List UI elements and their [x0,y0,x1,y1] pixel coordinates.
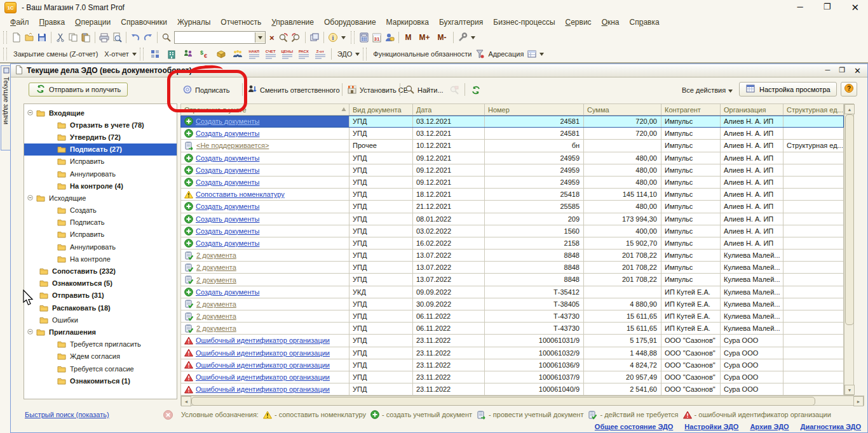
tree-item-10[interactable]: Подписать [24,216,177,229]
menu-6[interactable]: Отчетность [215,16,266,29]
quick-search-link[interactable]: Быстрый поиск (показать) [25,411,109,418]
dropdown-icon[interactable] [355,53,360,56]
save-button[interactable] [36,31,48,44]
table-row-11[interactable]: Создать документыУПД16.02.2022215815 902… [180,237,844,250]
dropdown-icon[interactable] [132,53,137,56]
tree-item-9[interactable]: Создать [24,204,177,216]
menu-14[interactable]: Справка [625,16,665,29]
row-action-link[interactable]: <Не поддерживается> [196,142,269,149]
edo-link-1[interactable]: Общее состояние ЭДО [595,423,674,430]
menu-7[interactable]: Управление [266,16,319,29]
tree-item-11[interactable]: Исправить [24,229,177,241]
combo-dropdown-icon[interactable] [255,32,265,43]
cut-button[interactable] [54,31,67,44]
change-responsible-button[interactable]: Сменить ответственного [247,84,340,97]
scroll-left-button[interactable]: ◄ [181,396,191,406]
currency-button[interactable]: $€ [198,48,211,60]
edo-close-button[interactable]: ✕ [854,66,861,76]
edo-link-2[interactable]: Настройки ЭДО [684,423,738,430]
menu-2[interactable]: Правка [34,16,71,29]
report-doc-button-5[interactable]: Z-от [313,50,328,59]
row-action-link[interactable]: Ошибочный идентификатор организации [196,373,330,381]
menu-3[interactable]: Операции [70,16,116,29]
scroll-up-button[interactable]: ▲ [844,104,855,114]
expander-icon[interactable] [27,329,33,335]
open-folder-button[interactable] [23,31,36,44]
table-row-3[interactable]: <Не поддерживается>Прочее10.12.2021бнИмп… [180,140,844,152]
column-header-1[interactable]: Отражение в учете [180,103,349,116]
tree-item-6[interactable]: Аннулировать [24,168,177,180]
table-row-15[interactable]: Создать документыУКД09.09.2022Т-35412ИП … [180,286,844,298]
menu-1[interactable]: Файл [5,16,34,29]
all-actions-button[interactable]: Все действия [682,84,733,97]
horizontal-scrollbar[interactable]: ◄ ► [180,396,864,406]
tree-item-13[interactable]: На контроле [24,253,177,265]
table-row-8[interactable]: Создать документыУПД21.12.202125585480,0… [180,201,844,213]
tree-item-15[interactable]: Ознакомиться (5) [24,277,177,290]
help-button[interactable]: ? [841,82,857,97]
minimize-button[interactable]: ─ [797,2,803,13]
table-row-22[interactable]: Ошибочный идентификатор организацииУПД23… [180,371,844,383]
table-row-20[interactable]: Ошибочный идентификатор организацииУПД23… [180,347,844,359]
edo-minimize-button[interactable]: ─ [825,66,830,76]
tree-item-20[interactable]: Требуется пригласить [24,338,177,350]
row-action-link[interactable]: Создать документы [196,239,259,247]
row-action-link[interactable]: Создать документы [196,215,259,223]
menu-4[interactable]: Справочники [116,16,172,29]
addressing-button[interactable]: Адресация [485,50,527,58]
report-doc-button-1[interactable]: НАКЛ [247,50,262,59]
table-row-17[interactable]: 2 документаУПД06.11.2022Т-4373015 611,65… [180,310,844,323]
expander-icon[interactable] [27,110,33,116]
print-button[interactable] [98,31,111,44]
paste-button[interactable] [79,31,92,44]
table-row-12[interactable]: 2 документаУПД13.07.20228848201 708,22Им… [180,250,844,262]
table-row-13[interactable]: 2 документаУПД13.07.20228848201 708,22Им… [180,262,844,274]
table-row-1[interactable]: Создать документыУПД03.12.202124581720,0… [180,116,844,128]
menu-12[interactable]: Сервис [560,16,597,29]
tree-item-18[interactable]: Ошибки [24,314,177,326]
row-action-link[interactable]: Создать документы [196,203,259,210]
report-doc-button-3[interactable]: ЦЕНЫ [280,50,295,59]
memory-button-m[interactable]: M [402,33,416,42]
find-prev-button[interactable] [290,31,302,44]
menu-10[interactable]: Бухгалтерия [434,16,488,29]
menu-9[interactable]: Маркировка [381,16,434,29]
table-row-14[interactable]: 2 документаУПД13.07.20228848201 708,22Им… [180,274,844,286]
undo-button[interactable] [129,31,142,44]
report-doc-button-2[interactable]: СЧЕТ [263,50,278,59]
column-header-5[interactable]: Сумма [584,103,661,116]
menu-5[interactable]: Журналы [172,16,215,29]
find-next-button[interactable] [277,31,290,44]
row-action-link[interactable]: Создать документы [196,166,259,174]
tree-item-8[interactable]: Исходящие [24,192,177,204]
find-button[interactable] [160,31,173,44]
staff-button[interactable] [231,48,244,60]
row-action-link[interactable]: Создать документы [196,154,259,162]
row-action-link[interactable]: Создать документы [196,288,259,296]
dropdown-icon[interactable] [471,36,475,39]
row-action-link[interactable]: 2 документа [196,251,236,259]
scroll-down-button[interactable]: ▼ [844,385,855,395]
employees-button[interactable] [182,48,194,60]
row-action-link[interactable]: 2 документа [196,263,236,271]
x-report-button[interactable]: X-отчет [101,50,132,58]
set-se-button[interactable]: Установить СЕ [347,84,408,97]
memory-button-m-[interactable]: M- [434,33,451,42]
column-header-3[interactable]: Дата [413,103,485,116]
vertical-scrollbar[interactable]: ▲ ▼ [844,103,854,396]
functional-duties-button[interactable]: Функциональные обязанности [370,50,475,58]
menu-8[interactable]: Оборудование [319,16,381,29]
table-row-7[interactable]: Сопоставить номенклатуруУПД18.12.2021254… [180,189,844,201]
service-tools-button[interactable] [456,31,469,44]
table-row-16[interactable]: 2 документаУПД30.09.2022Т-384054 880,90И… [180,298,844,310]
edo-link-4[interactable]: Диагностика ЭДО [801,423,861,430]
search-input[interactable] [175,32,255,43]
legend-close-icon[interactable] [163,410,173,420]
report-doc-button-4[interactable]: РАСХ [296,50,311,59]
column-header-8[interactable]: Структурная ед... [783,103,844,116]
tree-item-21[interactable]: Ждем согласия [24,350,177,363]
sign-button[interactable]: Подписать [182,84,229,97]
tree-item-1[interactable]: Входящие [24,107,177,119]
tree-item-4[interactable]: Подписать (27) [24,143,177,156]
row-action-link[interactable]: Ошибочный идентификатор организации [196,385,330,393]
